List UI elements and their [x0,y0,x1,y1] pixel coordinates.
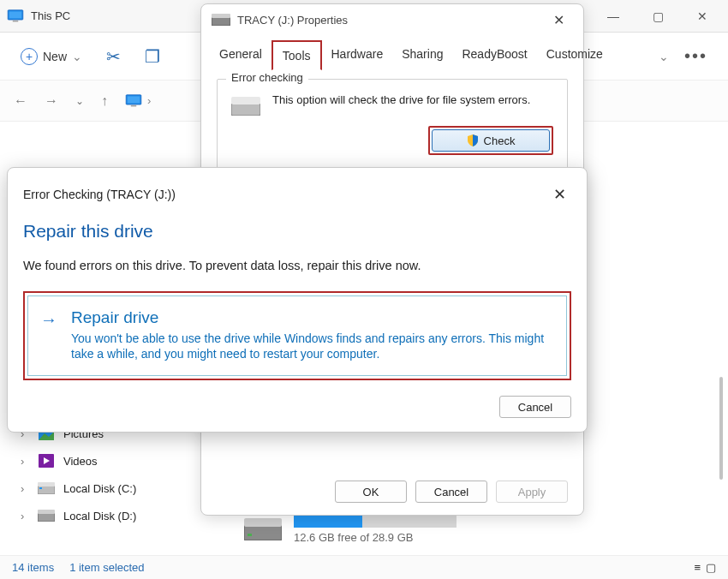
status-selected: 1 item selected [69,561,144,574]
tab-sharing[interactable]: Sharing [392,40,452,70]
cancel-button[interactable]: Cancel [415,481,487,503]
svg-rect-5 [131,104,136,106]
chevron-right-icon: › [21,510,29,522]
error-checking-description: This option will check the drive for fil… [272,93,553,108]
sidebar-item-local-disk-d[interactable]: › Local Disk (D:) [0,502,171,529]
drive-icon [38,509,55,522]
cancel-button[interactable]: Cancel [499,396,571,418]
plus-icon: + [21,48,38,65]
chevron-history-icon[interactable]: ⌄ [75,95,84,107]
more-icon[interactable]: ••• [684,46,707,66]
tab-general[interactable]: General [210,40,272,70]
check-button-label: Check [484,134,516,147]
address-bar[interactable]: › [125,94,151,108]
error-dialog-heading: Repair this drive [23,221,571,242]
close-button[interactable]: ✕ [683,3,721,29]
svg-rect-19 [231,104,260,116]
cut-icon[interactable]: ✂ [106,46,121,67]
svg-rect-14 [244,525,282,540]
arrow-right-icon: → [40,310,59,361]
svg-rect-16 [244,518,282,527]
drive-icon [212,14,230,26]
sidebar-item-label: Local Disk (C:) [63,482,136,495]
ok-button[interactable]: OK [335,481,407,503]
videos-icon [38,454,55,468]
maximize-button[interactable]: ▢ [639,3,677,29]
shield-icon [467,134,479,146]
new-label: New [43,50,67,63]
status-item-count: 14 items [12,561,54,574]
svg-rect-20 [231,97,260,104]
chevron-right-icon: › [21,455,29,468]
properties-title: TRACY (J:) Properties [237,14,545,27]
drive-list-item[interactable]: 12.6 GB free of 28.9 GB [244,514,456,544]
properties-tabstrip: General Tools Hardware Sharing ReadyBoos… [201,35,583,70]
svg-rect-11 [38,482,55,486]
sidebar-item-videos[interactable]: › Videos [0,447,171,475]
minimize-button[interactable]: — [594,3,632,29]
svg-rect-12 [38,513,55,522]
svg-rect-2 [13,20,18,21]
tiles-view-icon[interactable]: ▢ [706,561,716,574]
tab-customize[interactable]: Customize [537,40,612,70]
group-label: Error checking [226,71,308,84]
chevron-right-icon: › [21,482,29,495]
repair-drive-description: You won't be able to use the drive while… [71,331,554,361]
svg-rect-1 [9,11,21,18]
error-dialog-message: We found errors on this drive. To preven… [23,259,571,272]
forward-button[interactable]: → [45,93,58,109]
drive-free-text: 12.6 GB free of 28.9 GB [294,531,456,544]
check-button[interactable]: Check [432,129,550,152]
sort-chevron-icon[interactable]: ⌄ [659,50,669,63]
error-checking-group: Error checking This option will check th… [217,79,568,170]
address-pc-icon [125,94,142,108]
svg-rect-13 [38,510,55,514]
svg-rect-18 [212,14,230,18]
explorer-sidebar: › Pictures › Videos › Local Disk (C:) › … [0,420,171,529]
chevron-down-icon: ⌄ [72,50,82,63]
explorer-statusbar: 14 items 1 item selected ≡ ▢ [0,555,728,579]
back-button[interactable]: ← [14,93,27,109]
svg-rect-10 [39,487,42,489]
svg-rect-17 [212,17,230,26]
error-checking-dialog: Error Checking (TRACY (J:)) ✕ Repair thi… [7,167,588,433]
apply-button[interactable]: Apply [496,481,568,503]
properties-footer: OK Cancel Apply [201,469,583,515]
copy-icon[interactable]: ❐ [145,46,160,67]
this-pc-icon [7,9,24,23]
breadcrumb-chevron-icon: › [147,94,151,107]
close-button[interactable]: ✕ [545,9,573,32]
check-button-highlight: Check [428,126,553,155]
error-dialog-title: Error Checking (TRACY (J:)) [23,188,548,201]
up-button[interactable]: ↑ [101,93,108,109]
tab-readyboost[interactable]: ReadyBoost [452,40,536,70]
drive-check-icon [231,97,260,116]
new-button[interactable]: + New ⌄ [21,48,82,65]
repair-drive-title: Repair drive [71,308,554,327]
tab-tools[interactable]: Tools [272,40,322,70]
sidebar-item-label: Local Disk (D:) [63,510,136,522]
repair-drive-option[interactable]: → Repair drive You won't be able to use … [27,295,567,376]
drive-icon [244,518,282,540]
tab-hardware[interactable]: Hardware [322,40,393,70]
close-button[interactable]: ✕ [548,180,571,209]
sidebar-item-label: Videos [63,455,98,468]
scrollbar[interactable] [719,377,723,480]
drive-usage-meter: 12.6 GB free of 28.9 GB [294,514,456,544]
drive-icon [38,481,55,495]
repair-drive-highlight: → Repair drive You won't be able to use … [23,291,571,380]
svg-rect-9 [38,486,55,494]
svg-rect-4 [128,96,140,103]
details-view-icon[interactable]: ≡ [694,561,701,574]
properties-titlebar: TRACY (J:) Properties ✕ [201,4,583,35]
svg-rect-15 [248,534,252,536]
sidebar-item-local-disk-c[interactable]: › Local Disk (C:) [0,475,171,502]
